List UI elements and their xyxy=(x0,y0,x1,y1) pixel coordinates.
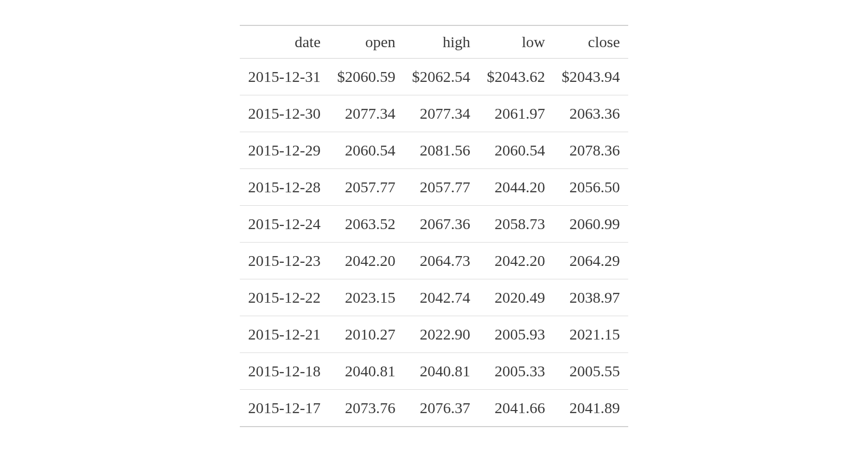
cell-close: 2021.15 xyxy=(553,316,628,353)
col-header-close: close xyxy=(553,25,628,59)
cell-high: 2067.36 xyxy=(403,206,479,243)
col-header-date: date xyxy=(240,25,329,59)
table-row: 2015-12-18 2040.81 2040.81 2005.33 2005.… xyxy=(240,353,628,390)
cell-low: 2061.97 xyxy=(479,95,554,132)
price-table: date open high low close 2015-12-31 $206… xyxy=(240,25,628,427)
cell-low: 2044.20 xyxy=(479,169,554,206)
cell-date: 2015-12-23 xyxy=(240,243,329,279)
cell-close: 2038.97 xyxy=(553,279,628,316)
cell-high: 2064.73 xyxy=(403,243,479,279)
cell-low: 2020.49 xyxy=(479,279,554,316)
table-row: 2015-12-21 2010.27 2022.90 2005.93 2021.… xyxy=(240,316,628,353)
table-row: 2015-12-30 2077.34 2077.34 2061.97 2063.… xyxy=(240,95,628,132)
cell-close: $2043.94 xyxy=(553,59,628,95)
cell-low: 2042.20 xyxy=(479,243,554,279)
cell-date: 2015-12-31 xyxy=(240,59,329,95)
cell-open: 2077.34 xyxy=(329,95,404,132)
cell-open: 2063.52 xyxy=(329,206,404,243)
table-row: 2015-12-24 2063.52 2067.36 2058.73 2060.… xyxy=(240,206,628,243)
cell-low: 2058.73 xyxy=(479,206,554,243)
cell-high: 2077.34 xyxy=(403,95,479,132)
cell-open: 2010.27 xyxy=(329,316,404,353)
cell-close: 2060.99 xyxy=(553,206,628,243)
table-row: 2015-12-29 2060.54 2081.56 2060.54 2078.… xyxy=(240,132,628,169)
cell-low: $2043.62 xyxy=(479,59,554,95)
cell-low: 2041.66 xyxy=(479,390,554,427)
cell-low: 2005.33 xyxy=(479,353,554,390)
table-row: 2015-12-31 $2060.59 $2062.54 $2043.62 $2… xyxy=(240,59,628,95)
cell-close: 2063.36 xyxy=(553,95,628,132)
price-table-container: date open high low close 2015-12-31 $206… xyxy=(240,25,628,427)
cell-date: 2015-12-17 xyxy=(240,390,329,427)
cell-open: 2060.54 xyxy=(329,132,404,169)
cell-open: 2023.15 xyxy=(329,279,404,316)
cell-high: 2022.90 xyxy=(403,316,479,353)
cell-close: 2041.89 xyxy=(553,390,628,427)
cell-open: 2042.20 xyxy=(329,243,404,279)
table-row: 2015-12-17 2073.76 2076.37 2041.66 2041.… xyxy=(240,390,628,427)
cell-high: 2076.37 xyxy=(403,390,479,427)
cell-date: 2015-12-18 xyxy=(240,353,329,390)
cell-low: 2060.54 xyxy=(479,132,554,169)
table-row: 2015-12-28 2057.77 2057.77 2044.20 2056.… xyxy=(240,169,628,206)
cell-date: 2015-12-29 xyxy=(240,132,329,169)
cell-close: 2078.36 xyxy=(553,132,628,169)
cell-open: 2040.81 xyxy=(329,353,404,390)
cell-open: $2060.59 xyxy=(329,59,404,95)
table-row: 2015-12-23 2042.20 2064.73 2042.20 2064.… xyxy=(240,243,628,279)
cell-date: 2015-12-30 xyxy=(240,95,329,132)
cell-date: 2015-12-28 xyxy=(240,169,329,206)
table-header-row: date open high low close xyxy=(240,25,628,59)
table-row: 2015-12-22 2023.15 2042.74 2020.49 2038.… xyxy=(240,279,628,316)
cell-close: 2005.55 xyxy=(553,353,628,390)
cell-open: 2073.76 xyxy=(329,390,404,427)
cell-date: 2015-12-21 xyxy=(240,316,329,353)
cell-low: 2005.93 xyxy=(479,316,554,353)
col-header-low: low xyxy=(479,25,554,59)
cell-high: 2042.74 xyxy=(403,279,479,316)
cell-date: 2015-12-24 xyxy=(240,206,329,243)
cell-date: 2015-12-22 xyxy=(240,279,329,316)
col-header-high: high xyxy=(403,25,479,59)
cell-high: 2040.81 xyxy=(403,353,479,390)
cell-high: 2057.77 xyxy=(403,169,479,206)
cell-high: $2062.54 xyxy=(403,59,479,95)
cell-high: 2081.56 xyxy=(403,132,479,169)
cell-open: 2057.77 xyxy=(329,169,404,206)
col-header-open: open xyxy=(329,25,404,59)
cell-close: 2056.50 xyxy=(553,169,628,206)
table-body: 2015-12-31 $2060.59 $2062.54 $2043.62 $2… xyxy=(240,59,628,427)
cell-close: 2064.29 xyxy=(553,243,628,279)
